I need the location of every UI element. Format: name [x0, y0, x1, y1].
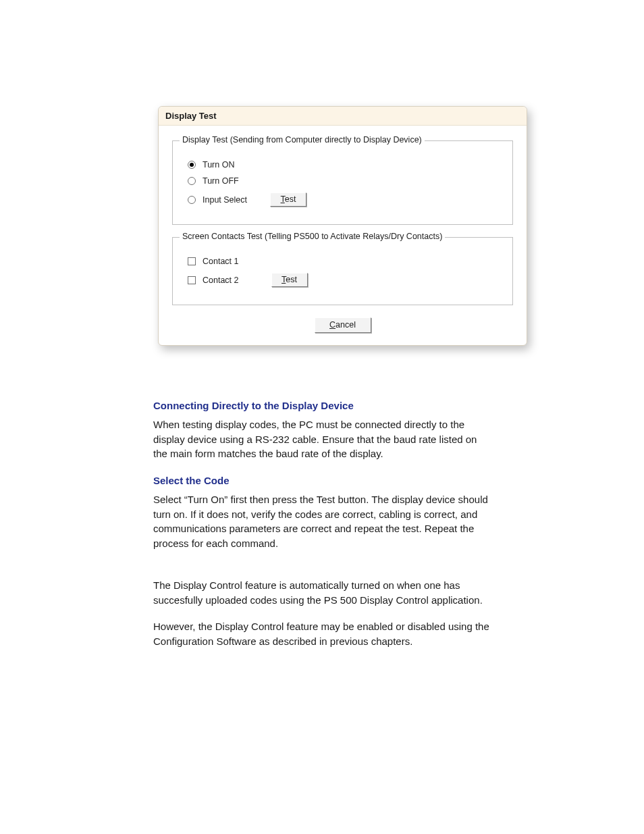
contact-2-label: Contact 2: [203, 276, 239, 285]
radio-input-select[interactable]: Input Select: [188, 195, 247, 205]
radio-input-select-label: Input Select: [203, 195, 247, 205]
group-screen-contacts: Screen Contacts Test (Telling PS500 to A…: [172, 237, 513, 305]
heading-select-code: Select the Code: [153, 473, 491, 488]
test-button-display[interactable]: Test: [270, 192, 306, 207]
radio-turn-off-label: Turn OFF: [203, 176, 239, 186]
paragraph-select-code: Select “Turn On” first then press the Te…: [153, 492, 491, 551]
cancel-button-rest: ancel: [336, 320, 356, 330]
contact-1-label: Contact 1: [203, 257, 239, 266]
group-screen-contacts-legend: Screen Contacts Test (Telling PS500 to A…: [180, 232, 445, 241]
dialog-body: Display Test (Sending from Computer dire…: [159, 126, 527, 345]
paragraph-connecting: When testing display codes, the PC must …: [153, 417, 491, 461]
group-display-test-legend: Display Test (Sending from Computer dire…: [180, 135, 425, 145]
paragraph-auto-on: The Display Control feature is automatic…: [153, 578, 491, 608]
display-test-dialog-wrap: Display Test Display Test (Sending from …: [158, 106, 527, 346]
document-body: Connecting Directly to the Display Devic…: [153, 398, 491, 661]
checkbox-icon: [188, 276, 196, 284]
radio-turn-on-label: Turn ON: [203, 160, 234, 170]
cancel-button[interactable]: Cancel: [315, 317, 371, 333]
radio-icon: [188, 161, 196, 169]
checkbox-icon: [188, 257, 196, 265]
test-button-contacts[interactable]: Test: [271, 273, 308, 287]
test-button-rest: est: [285, 194, 296, 204]
cancel-button-prefix: C: [329, 320, 336, 330]
radio-icon: [188, 196, 196, 204]
group-display-test: Display Test (Sending from Computer dire…: [172, 140, 513, 225]
checkbox-contact-1[interactable]: Contact 1: [188, 257, 502, 266]
radio-icon: [188, 177, 196, 185]
dialog-title: Display Test: [159, 107, 527, 126]
heading-connecting: Connecting Directly to the Display Devic…: [153, 398, 491, 413]
display-test-dialog: Display Test Display Test (Sending from …: [158, 106, 527, 346]
test-button-rest: est: [286, 275, 297, 284]
radio-turn-on[interactable]: Turn ON: [188, 160, 502, 170]
radio-turn-off[interactable]: Turn OFF: [188, 176, 502, 186]
checkbox-contact-2[interactable]: Contact 2: [188, 276, 239, 285]
paragraph-enable-disable: However, the Display Control feature may…: [153, 619, 491, 649]
